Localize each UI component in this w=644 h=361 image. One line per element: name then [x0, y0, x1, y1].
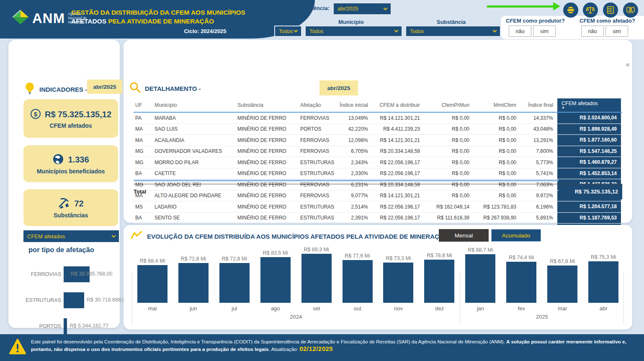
- evolution-bar-cell[interactable]: R$ 78,8 Midez: [419, 247, 460, 314]
- table-cell: R$ 2.024.800,04: [557, 113, 621, 124]
- column-header[interactable]: CfemPrMun: [424, 98, 474, 112]
- report-icon[interactable]: [603, 3, 618, 18]
- table-row[interactable]: MASAO LUISMINÉRIO DE FERROPORTOS42,220%R…: [134, 124, 622, 135]
- evolution-bar-cell[interactable]: R$ 73,3 Minov: [378, 247, 419, 314]
- table-cell: ESTRUTURAS: [299, 168, 338, 179]
- evolution-bar-cell[interactable]: R$ 72,8 Mijul: [214, 247, 255, 314]
- evolution-bar-chart: R$ 68,4 MimaiR$ 72,8 MijunR$ 72,8 MijulR…: [132, 247, 624, 324]
- bar[interactable]: [64, 292, 84, 308]
- evolution-bar-cell[interactable]: R$ 68,4 Mimai: [132, 247, 173, 314]
- column-header[interactable]: Índice final: [520, 98, 557, 112]
- evolution-bar-cell[interactable]: R$ 88,7 Mijan: [460, 247, 501, 314]
- vertical-scrollbar[interactable]: [626, 63, 629, 67]
- pickaxe-icon: [58, 197, 70, 211]
- footer-disclaimer: Este painel foi desenvolvido pela Coorde…: [31, 338, 636, 353]
- column-header[interactable]: MmtCfem: [474, 98, 520, 112]
- evolution-bar-cell[interactable]: R$ 83,5 Miago: [255, 247, 296, 314]
- table-row[interactable]: PAMARABAMINÉRIO DE FERROFERROVIAS13,049%…: [134, 113, 622, 124]
- table-row[interactable]: BACAETITEMINÉRIO DE FERROESTRUTURAS2,330…: [134, 168, 622, 180]
- value-label: R$ 88,7 Mi: [468, 247, 493, 253]
- evolution-bar-cell[interactable]: R$ 77,6 Miout: [337, 247, 378, 314]
- bar[interactable]: [506, 262, 536, 303]
- uf-dropdown[interactable]: Todos: [274, 26, 302, 37]
- bar[interactable]: [383, 263, 413, 303]
- acumulado-button[interactable]: Acumulado: [491, 229, 541, 242]
- table-cell: MINÉRIO DE FERRO: [236, 146, 299, 157]
- table-cell: 2,343%: [338, 157, 372, 168]
- evolution-bar-cell[interactable]: R$ 89,3 Miset: [296, 247, 337, 314]
- table-cell: R$ 123.781,83: [474, 201, 520, 212]
- kpi-label: Substâncias: [54, 212, 88, 219]
- bar[interactable]: [137, 265, 167, 303]
- month-label: mai: [148, 305, 157, 314]
- bar[interactable]: [465, 254, 495, 303]
- detail-panel: DETALHAMENTO - abr/2025 UFMunicípioSubst…: [124, 40, 632, 223]
- evolution-bar-cell[interactable]: R$ 75,3 Miabr: [583, 247, 624, 314]
- bar[interactable]: [343, 260, 373, 303]
- mensal-button[interactable]: Mensal: [439, 229, 489, 242]
- table-row[interactable]: MSLADARIOMINÉRIO DE FERROESTRUTURAS2,514…: [134, 201, 622, 213]
- column-header[interactable]: Afetação: [299, 98, 338, 112]
- municipio-dropdown[interactable]: Todos: [305, 26, 402, 37]
- column-header[interactable]: Município: [153, 98, 236, 112]
- chevron-down-icon: [112, 233, 116, 237]
- value-label: R$ 72,8 Mi: [222, 256, 247, 262]
- column-header[interactable]: Substância: [236, 98, 299, 112]
- table-row[interactable]: MAACAILANDIAMINÉRIO DE FERROFERROVIAS12,…: [134, 135, 622, 146]
- table-cell: R$ 267.938,90: [474, 213, 520, 224]
- payment-icon[interactable]: [623, 3, 638, 18]
- table-cell: R$ 4.411.239,23: [372, 124, 424, 135]
- column-header[interactable]: UF: [134, 98, 153, 112]
- afetado-nao-button[interactable]: não: [581, 26, 604, 37]
- table-row[interactable]: MGMORRO DO PILARMINÉRIO DE FERROESTRUTUR…: [134, 157, 622, 168]
- table-cell: R$ 22.056.196,17: [372, 201, 424, 212]
- column-header[interactable]: CFEM a distribuir: [372, 98, 424, 112]
- evolution-bar-cell[interactable]: R$ 67,8 Mimar: [542, 247, 583, 314]
- table-cell: BA: [134, 168, 153, 179]
- bar[interactable]: [219, 263, 250, 303]
- bar[interactable]: [547, 266, 577, 303]
- scales-icon[interactable]: [583, 3, 598, 18]
- bar[interactable]: [64, 318, 67, 334]
- column-header[interactable]: Índice inicial: [338, 98, 372, 112]
- month-label: ago: [271, 305, 280, 314]
- table-cell: FERROVIAS: [299, 113, 338, 124]
- table-cell: 13,049%: [338, 113, 372, 124]
- world-icon[interactable]: [563, 3, 578, 18]
- table-cell: R$ 22.056.196,17: [372, 168, 424, 179]
- warning-icon: [9, 339, 26, 356]
- substancia-dropdown[interactable]: Todos: [405, 26, 501, 37]
- bar[interactable]: [588, 261, 618, 303]
- metric-dropdown[interactable]: CFEM afetados: [23, 230, 119, 242]
- cycle-label: Ciclo: 2024/2025: [167, 28, 243, 34]
- month-label: mar: [558, 305, 567, 314]
- evolution-bar-cell[interactable]: R$ 72,8 Mijun: [173, 247, 214, 314]
- produtor-sim-button[interactable]: sim: [533, 26, 556, 37]
- value-label: R$ 72,8 Mi: [181, 256, 206, 262]
- kpi-value: 72: [74, 199, 83, 209]
- bar[interactable]: [301, 254, 332, 303]
- bar[interactable]: [178, 263, 209, 303]
- detail-title: DETALHAMENTO -: [145, 85, 201, 92]
- column-header[interactable]: CFEM afetados▼: [557, 98, 621, 112]
- bar[interactable]: [424, 260, 454, 303]
- produtor-nao-button[interactable]: não: [509, 26, 531, 37]
- table-cell: FERROVIAS: [299, 135, 338, 146]
- horizontal-scrollbar[interactable]: [134, 180, 559, 181]
- dashboard: ANM Agência Nacional de Mineração GESTÃO…: [0, 0, 644, 361]
- evolution-bar-cell[interactable]: R$ 74,4 Mifev: [501, 247, 542, 314]
- category-label: PORTOS: [19, 323, 61, 329]
- table-row[interactable]: MGGOVERNADOR VALADARESMINÉRIO DE FERROFE…: [134, 146, 622, 157]
- table-cell: FERROVIAS: [299, 146, 338, 157]
- table-cell: 14,337%: [520, 113, 557, 124]
- table-row[interactable]: BASENTO SEMINÉRIO DE FERROESTRUTURAS2,39…: [134, 213, 622, 224]
- competencia-dropdown[interactable]: abr/2025: [333, 3, 392, 15]
- evolution-panel: EVOLUÇÃO DA CFEM DISTRIBUÍDA AOS MUNICÍP…: [124, 225, 632, 330]
- bar[interactable]: [260, 257, 291, 303]
- value-label: R$ 83,5 Mi: [263, 250, 288, 256]
- uf-label: UF: [282, 19, 289, 25]
- afetacao-bar-row: PORTOSR$ 5.344.182,77: [19, 318, 118, 335]
- table-cell: PORTOS: [299, 124, 338, 135]
- afetado-sim-button[interactable]: sim: [605, 26, 628, 37]
- table-header-row: UFMunicípioSubstânciaAfetaçãoÍndice inic…: [134, 98, 622, 113]
